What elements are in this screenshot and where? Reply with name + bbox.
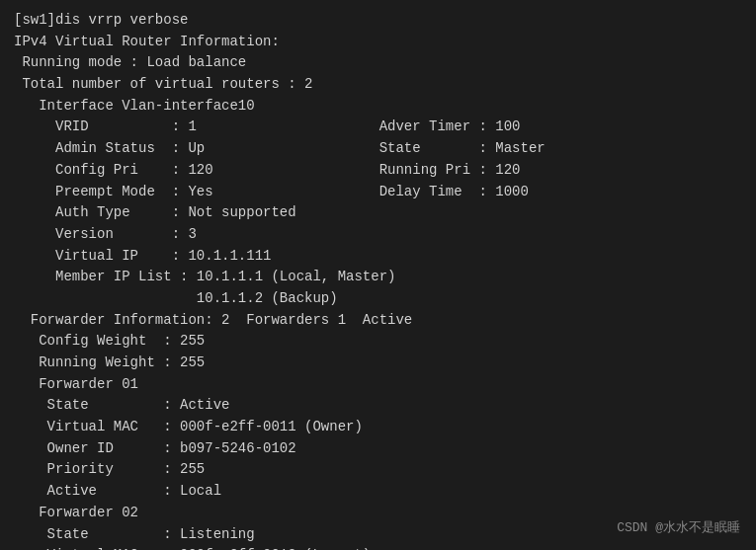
terminal-line: [sw1]dis vrrp verbose — [14, 10, 742, 32]
terminal-line: Total number of virtual routers : 2 — [14, 74, 742, 96]
terminal-line: State : Active — [14, 395, 742, 417]
terminal-line: Version : 3 — [14, 224, 742, 246]
terminal-line: VRID : 1 Adver Timer : 100 — [14, 117, 742, 138]
terminal-line: Virtual MAC : 000f-e2ff-0012 (Learnt) — [14, 545, 742, 550]
terminal-line: Virtual MAC : 000f-e2ff-0011 (Owner) — [14, 417, 742, 438]
terminal-line: IPv4 Virtual Router Information: — [14, 32, 742, 53]
terminal-line: Owner ID : b097-5246-0102 — [14, 438, 742, 460]
terminal-line: 10.1.1.2 (Backup) — [14, 288, 742, 310]
terminal-line: Running Weight : 255 — [14, 353, 742, 374]
terminal-line: Forwarder Information: 2 Forwarders 1 Ac… — [14, 310, 742, 332]
terminal-line: Config Pri : 120 Running Pri : 120 — [14, 160, 742, 182]
terminal-content: [sw1]dis vrrp verboseIPv4 Virtual Router… — [14, 10, 742, 550]
terminal-line: Priority : 255 — [14, 459, 742, 481]
terminal-line: Forwarder 01 — [14, 374, 742, 396]
terminal-line: Running mode : Load balance — [14, 52, 742, 74]
terminal-window: [sw1]dis vrrp verboseIPv4 Virtual Router… — [0, 0, 756, 550]
terminal-line: Interface Vlan-interface10 — [14, 96, 742, 118]
terminal-line: Active : Local — [14, 481, 742, 503]
watermark-text: CSDN @水水不是眠睡 — [617, 518, 740, 538]
terminal-line: Admin Status : Up State : Master — [14, 138, 742, 160]
terminal-line: Member IP List : 10.1.1.1 (Local, Master… — [14, 267, 742, 288]
terminal-line: Auth Type : Not supported — [14, 202, 742, 224]
terminal-line: Preempt Mode : Yes Delay Time : 1000 — [14, 182, 742, 203]
terminal-line: Virtual IP : 10.1.1.111 — [14, 246, 742, 268]
terminal-line: Config Weight : 255 — [14, 331, 742, 353]
